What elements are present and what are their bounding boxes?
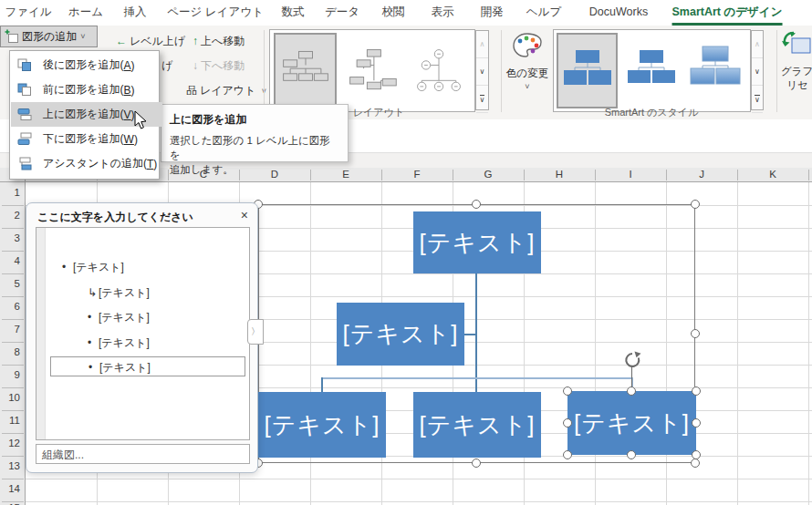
text-pane-list[interactable]: •[テキスト] ↳[テキスト] •[テキスト] •[テキスト] •[テキスト] xyxy=(36,227,250,440)
smartart-styles-gallery xyxy=(553,29,751,112)
rotate-handle-icon[interactable] xyxy=(623,351,641,369)
palette-icon xyxy=(511,49,544,65)
row-header[interactable]: 2 xyxy=(15,210,20,221)
outline-item-level2[interactable]: •[テキスト] xyxy=(88,307,150,327)
shape-resize-handle[interactable] xyxy=(692,386,701,396)
tab-developer[interactable]: 開発 xyxy=(481,0,504,23)
row-header[interactable]: 10 xyxy=(8,392,20,403)
styles-group-label: SmartArt のスタイル xyxy=(605,106,699,119)
tab-smartart-design[interactable]: SmartArt のデザイン xyxy=(672,0,783,26)
change-colors-button[interactable]: 色の変更 ˅ xyxy=(504,31,551,113)
resize-handle[interactable] xyxy=(691,329,700,338)
shape-resize-handle[interactable] xyxy=(563,386,572,396)
layout-thumb-org-chart[interactable] xyxy=(274,33,337,108)
tab-help[interactable]: ヘルプ xyxy=(526,0,561,23)
tab-formulas[interactable]: 数式 xyxy=(282,0,305,23)
menu-item-add-shape-after[interactable]: 後に図形を追加(A) xyxy=(11,53,162,77)
row-header[interactable]: 4 xyxy=(15,255,20,266)
resize-handle[interactable] xyxy=(472,200,481,209)
menu-item-add-shape-before[interactable]: 前に図形を追加(B) xyxy=(11,77,162,102)
layout-thumb-circles[interactable] xyxy=(407,33,470,108)
reset-graphic-button[interactable]: グラフィ リセ xyxy=(781,29,812,113)
row-header[interactable]: 13 xyxy=(8,460,20,471)
chevron-down-icon: ˅ xyxy=(80,32,85,41)
layout-thumb-variant[interactable] xyxy=(340,33,403,108)
tab-data[interactable]: データ xyxy=(325,0,359,23)
add-shape-button[interactable]: 図形の追加 ˅ xyxy=(0,26,98,47)
tab-review[interactable]: 校閲 xyxy=(382,0,405,23)
add-before-icon xyxy=(17,83,36,98)
tab-file[interactable]: ファイル xyxy=(5,0,51,23)
resize-handle[interactable] xyxy=(691,459,700,468)
resize-handle[interactable] xyxy=(691,200,700,209)
row-header[interactable]: 3 xyxy=(15,232,20,243)
shape-resize-handle[interactable] xyxy=(627,386,636,396)
text-pane-toggle[interactable]: 〉 xyxy=(247,319,264,345)
col-header[interactable]: G xyxy=(484,169,493,180)
close-icon[interactable]: × xyxy=(241,208,248,222)
shape-resize-handle[interactable] xyxy=(627,450,636,459)
col-header[interactable]: J xyxy=(699,169,704,180)
gallery-more-button[interactable]: ∨ xyxy=(476,86,488,113)
layout-gallery-scroll: ∧ ∨ ∨ xyxy=(475,30,489,110)
shape-resize-handle[interactable] xyxy=(692,418,701,428)
tab-docuworks[interactable]: DocuWorks xyxy=(589,0,648,23)
tab-page-layout[interactable]: ページ レイアウト xyxy=(167,0,264,23)
scroll-up-button: ∧ xyxy=(752,31,763,58)
outline-item-level1[interactable]: •[テキスト] xyxy=(62,257,124,277)
smartart-node-bottom-2[interactable]: [テキスト] xyxy=(413,392,541,458)
col-header[interactable]: E xyxy=(342,169,349,180)
scroll-down-button[interactable]: ∨ xyxy=(752,58,763,86)
row-header-ticks xyxy=(0,182,26,505)
row-header[interactable]: 12 xyxy=(8,438,20,448)
row-header[interactable]: 11 xyxy=(9,415,20,426)
smartart-node-bottom-3-selected[interactable]: [テキスト] xyxy=(567,391,696,455)
outline-item-level2-selected[interactable]: •[テキスト] xyxy=(50,356,245,376)
col-header[interactable]: F xyxy=(413,169,420,180)
smartart-text-pane: ここに文字を入力してください × •[テキスト] ↳[テキスト] •[テキスト]… xyxy=(26,202,258,473)
outline-item-assistant[interactable]: ↳[テキスト] xyxy=(88,283,150,303)
tooltip: 上に図形を追加 選択した図形の 1 レベル上に図形を 追加します。 xyxy=(161,104,349,162)
col-header[interactable]: I xyxy=(629,169,631,180)
add-after-icon xyxy=(17,58,36,73)
resize-handle[interactable] xyxy=(472,459,481,468)
style-thumb-shaded[interactable] xyxy=(684,33,745,108)
smartart-node-assistant[interactable]: [テキスト] xyxy=(337,303,464,366)
move-up-button[interactable]: ↑上へ移動 xyxy=(193,32,245,50)
layout-gallery xyxy=(269,29,475,112)
col-header[interactable]: K xyxy=(769,169,776,180)
gallery-more-button[interactable]: ∨ xyxy=(752,86,763,113)
promote-button[interactable]: ←レベル上げ xyxy=(116,32,185,50)
org-chart-layout-button[interactable]: 品レイアウト ˅ xyxy=(186,81,266,99)
tooltip-body: 選択した図形の 1 レベル上に図形を 追加します。 xyxy=(170,133,339,177)
style-thumb-outline[interactable] xyxy=(620,33,682,108)
arrow-up-icon: ↑ xyxy=(193,35,198,47)
group-separator xyxy=(264,30,265,112)
menu-item-add-assistant[interactable]: アシスタントの追加(T) xyxy=(11,151,162,176)
row-header[interactable]: 7 xyxy=(15,324,20,335)
smartart-node-bottom-1[interactable]: [テキスト] xyxy=(258,392,386,458)
smartart-node-top[interactable]: [テキスト] xyxy=(413,211,541,273)
row-header[interactable]: 6 xyxy=(15,301,20,312)
shape-resize-handle[interactable] xyxy=(563,450,572,459)
shape-resize-handle[interactable] xyxy=(692,450,701,459)
row-header[interactable]: 5 xyxy=(15,278,20,289)
tab-home[interactable]: ホーム xyxy=(68,0,103,23)
layout-group-label: レイアウト xyxy=(353,106,404,119)
group-separator xyxy=(776,30,777,112)
row-header[interactable]: 8 xyxy=(15,346,20,357)
tab-insert[interactable]: 挿入 xyxy=(124,0,147,23)
row-headers[interactable]: 1 2 3 4 5 6 7 8 9 10 11 12 13 14 15 xyxy=(0,182,26,505)
row-header[interactable]: 9 xyxy=(15,369,20,380)
ribbon-tab-bar: ファイル ホーム 挿入 ページ レイアウト 数式 データ 校閲 表示 開発 ヘル… xyxy=(0,0,812,26)
menu-item-add-shape-below[interactable]: 下に図形を追加(W) xyxy=(11,127,162,151)
outline-item-level2[interactable]: •[テキスト] xyxy=(88,333,150,353)
row-header[interactable]: 1 xyxy=(15,187,20,198)
demote-button-fragment[interactable]: げ xyxy=(161,57,172,75)
style-thumb-simple[interactable] xyxy=(557,33,618,108)
shape-resize-handle[interactable] xyxy=(563,418,572,428)
row-header[interactable]: 14 xyxy=(8,483,20,494)
scroll-down-button[interactable]: ∨ xyxy=(476,58,488,86)
tab-view[interactable]: 表示 xyxy=(432,0,454,23)
col-header[interactable]: H xyxy=(556,169,563,180)
